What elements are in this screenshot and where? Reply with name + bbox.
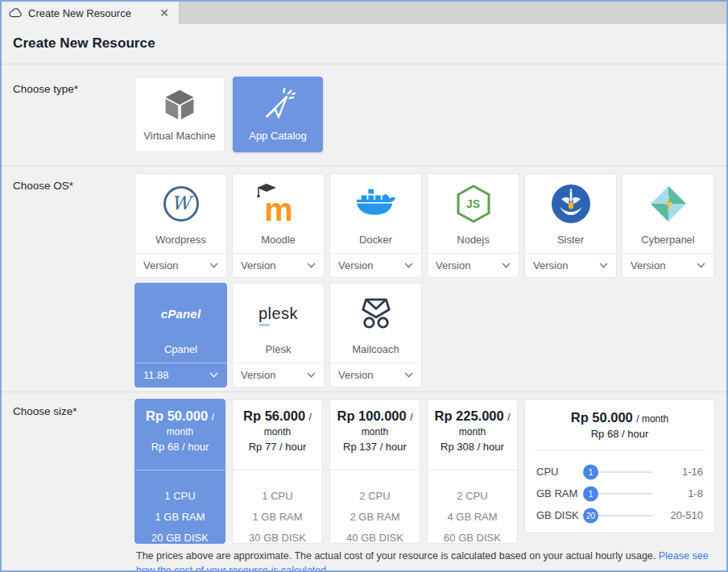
spec-ram: 4 GB RAM: [429, 511, 515, 523]
spec-ram: 2 GB RAM: [332, 511, 418, 523]
os-card-wordpress[interactable]: W Wordpress Version: [134, 173, 227, 278]
nodejs-icon: JS: [428, 174, 519, 234]
ram-slider-row: GB RAM 1 1-8: [536, 483, 703, 504]
type-card-label: App Catalog: [249, 130, 307, 142]
docker-icon: [330, 174, 421, 234]
type-card-label: Virtual Machine: [143, 130, 215, 142]
chevron-down-icon: [404, 372, 413, 378]
chevron-down-icon: [209, 263, 218, 268]
version-value: Version: [631, 259, 665, 271]
custom-sliders: CPU 1 1-16 GB RAM 1 1-8: [525, 450, 714, 526]
os-card-name: Plesk: [233, 343, 324, 363]
spec-disk: 30 GB DISK: [234, 532, 321, 544]
os-card-name: Cpanel: [135, 343, 226, 363]
spec-cpu: 2 CPU: [332, 490, 418, 502]
moodle-version-select[interactable]: Version: [233, 253, 324, 277]
price-box: Rp 100.000 / month Rp 137 / hour: [330, 400, 420, 470]
graduation-cap-icon: [256, 183, 277, 199]
chevron-down-icon: [404, 263, 413, 268]
tab-bar: Create New Resource ✕: [2, 2, 726, 24]
chevron-down-icon: [697, 263, 705, 268]
price-hourly: Rp 68 / hour: [141, 441, 219, 453]
tab-create-new-resource[interactable]: Create New Resource ✕: [2, 2, 180, 24]
wordpress-version-select[interactable]: Version: [135, 253, 226, 277]
cube-icon: [162, 87, 197, 122]
cyberpanel-version-select[interactable]: Version: [623, 253, 714, 277]
nodejs-version-select[interactable]: Version: [428, 253, 519, 277]
spec-ram: 1 GB RAM: [137, 511, 223, 523]
cpu-slider-thumb[interactable]: 1: [583, 464, 598, 479]
disk-slider-thumb[interactable]: 20: [583, 508, 598, 523]
cpu-slider[interactable]: 1: [585, 471, 653, 473]
type-card-virtual-machine[interactable]: Virtual Machine: [134, 77, 225, 152]
price-hourly: Rp 77 / hour: [238, 441, 316, 453]
ram-slider-thumb[interactable]: 1: [583, 486, 598, 501]
nodejs-logo-letters: JS: [455, 184, 492, 224]
cpanel-version-select[interactable]: 11.88: [135, 363, 226, 387]
plesk-underline: [259, 324, 270, 326]
os-row-2: cPanel Cpanel 11.88 plesk Plesk Version: [134, 283, 714, 388]
os-card-mailcoach[interactable]: Mailcoach Version: [329, 283, 422, 388]
version-value: 11.88: [143, 369, 169, 381]
os-card-plesk[interactable]: plesk Plesk Version: [232, 283, 325, 388]
price-monthly: Rp 100.000: [337, 408, 406, 423]
sister-version-select[interactable]: Version: [525, 253, 616, 277]
os-card-name: Cyberpanel: [623, 234, 714, 253]
version-value: Version: [338, 369, 373, 381]
os-card-name: Wordpress: [135, 234, 226, 253]
chevron-down-icon: [209, 372, 218, 378]
size-row: Rp 50.000 / month Rp 68 / hour 1 CPU 1 G…: [134, 399, 718, 544]
spec-ram: 1 GB RAM: [234, 511, 321, 523]
version-value: Version: [241, 369, 275, 381]
choose-size-label: Choose size*: [13, 399, 134, 417]
choose-type-label: Choose type*: [13, 77, 134, 95]
cpanel-icon: cPanel: [135, 284, 226, 343]
size-card-2[interactable]: Rp 56.000 / month Rp 77 / hour 1 CPU 1 G…: [232, 399, 323, 544]
os-card-sister[interactable]: Sister Version: [524, 173, 617, 278]
spec-cpu: 2 CPU: [429, 490, 515, 502]
docker-version-select[interactable]: Version: [330, 253, 421, 277]
os-card-moodle[interactable]: m Moodle Version: [232, 173, 325, 278]
disk-slider[interactable]: 20: [585, 515, 653, 516]
price-monthly: Rp 50.000: [571, 410, 633, 425]
type-card-app-catalog[interactable]: App Catalog: [233, 77, 323, 152]
disk-slider-label: GB DISK: [536, 509, 585, 521]
size-card-4[interactable]: Rp 225.000 / month Rp 308 / hour 2 CPU 4…: [427, 399, 518, 544]
os-card-docker[interactable]: Docker Version: [329, 173, 422, 278]
chevron-down-icon: [307, 372, 316, 378]
close-icon[interactable]: ✕: [157, 6, 172, 19]
ram-slider[interactable]: 1: [585, 493, 653, 495]
version-value: Version: [143, 259, 178, 271]
size-card-1[interactable]: Rp 50.000 / month Rp 68 / hour 1 CPU 1 G…: [134, 399, 225, 544]
mailcoach-version-select[interactable]: Version: [330, 363, 421, 387]
ram-slider-range: 1-8: [663, 487, 703, 499]
wordpress-logo-letter: W: [172, 193, 191, 213]
create-resource-window: Create New Resource ✕ Create New Resourc…: [0, 0, 728, 572]
os-card-name: Sister: [525, 234, 616, 253]
os-cards: W Wordpress Version: [134, 173, 714, 388]
sister-icon: [525, 174, 616, 234]
os-row-1: W Wordpress Version: [134, 173, 714, 278]
os-card-cyberpanel[interactable]: Cyberpanel Version: [622, 173, 714, 278]
os-card-nodejs[interactable]: JS Nodejs Version: [427, 173, 519, 278]
size-card-custom[interactable]: Rp 50.000 / month Rp 68 / hour CPU 1 1-1…: [524, 399, 715, 533]
section-choose-type: Choose type* Virtual Machine: [2, 64, 726, 165]
cpu-slider-label: CPU: [536, 466, 585, 478]
price-note-text: The prices above are approximate. The ac…: [136, 550, 659, 562]
version-value: Version: [436, 259, 470, 271]
page-title: Create New Resource: [13, 35, 715, 52]
os-card-cpanel[interactable]: cPanel Cpanel 11.88: [134, 283, 227, 388]
size-card-3[interactable]: Rp 100.000 / month Rp 137 / hour 2 CPU 2…: [329, 399, 420, 544]
plesk-icon: plesk: [233, 284, 324, 343]
moodle-icon: m: [233, 174, 324, 234]
os-card-name: Mailcoach: [330, 343, 421, 363]
tab-title: Create New Resource: [28, 7, 131, 19]
plesk-version-select[interactable]: Version: [233, 363, 324, 387]
custom-price-box: Rp 50.000 / month Rp 68 / hour: [535, 400, 705, 450]
section-choose-size: Choose size* Rp 50.000 / month Rp 68 / h…: [2, 392, 726, 572]
price-hourly: Rp 68 / hour: [544, 428, 695, 440]
os-card-name: Moodle: [233, 234, 324, 253]
wordpress-icon: W: [135, 174, 226, 234]
cyberpanel-icon: [623, 174, 714, 234]
plesk-logo-text: plesk: [259, 305, 298, 323]
